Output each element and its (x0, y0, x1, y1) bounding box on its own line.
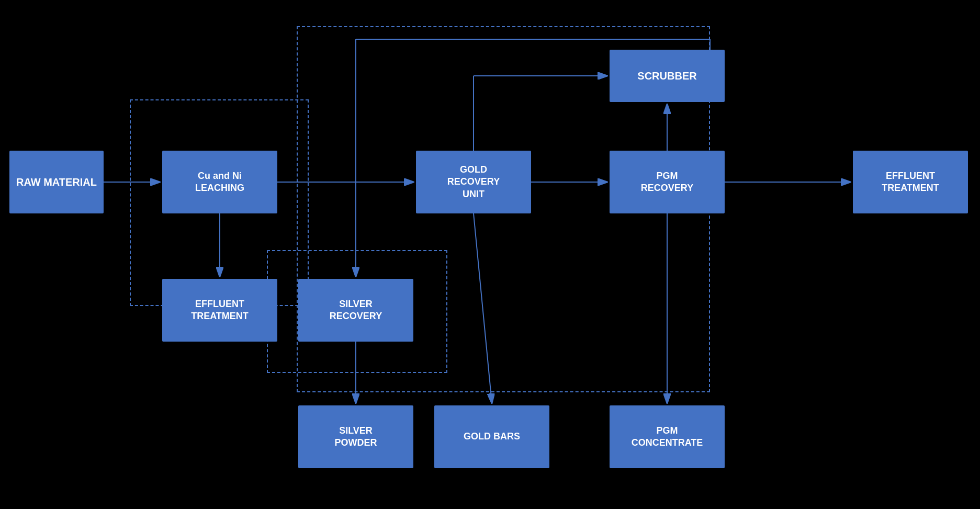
effluent-treatment-left-box: EFFLUENTTREATMENT (162, 279, 277, 342)
silver-powder-box: SILVERPOWDER (298, 405, 413, 468)
pgm-recovery-box: PGMRECOVERY (610, 151, 725, 213)
diagram-container: RAW MATERIAL Cu and NiLEACHING EFFLUENTT… (0, 0, 980, 509)
scrubber-box: SCRUBBER (610, 50, 725, 102)
silver-recovery-box: SILVERRECOVERY (298, 279, 413, 342)
gold-bars-box: GOLD BARS (434, 405, 549, 468)
gold-recovery-box: GOLDRECOVERYUNIT (416, 151, 531, 213)
raw-material-box: RAW MATERIAL (9, 151, 104, 213)
pgm-concentrate-box: PGMCONCENTRATE (610, 405, 725, 468)
cu-ni-leaching-box: Cu and NiLEACHING (162, 151, 277, 213)
effluent-treatment-right-box: EFFLUENTTREATMENT (853, 151, 968, 213)
